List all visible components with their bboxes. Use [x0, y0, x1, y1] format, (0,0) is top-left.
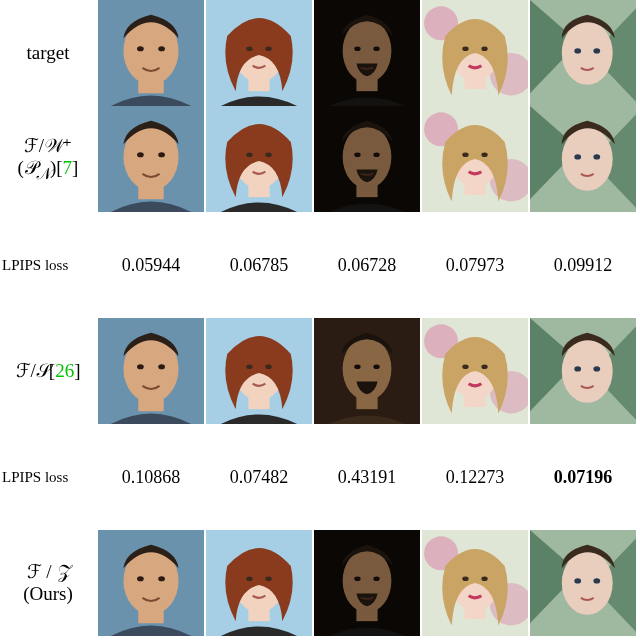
svg-rect-73	[464, 396, 485, 407]
metric-val: 0.05944	[98, 254, 204, 276]
svg-rect-21	[464, 78, 485, 89]
svg-rect-30	[138, 187, 163, 200]
svg-point-28	[137, 152, 144, 157]
svg-rect-87	[248, 608, 269, 621]
svg-rect-92	[356, 608, 377, 621]
svg-rect-56	[138, 399, 163, 412]
citation-7: 7	[63, 157, 73, 178]
svg-point-19	[462, 46, 468, 51]
metric-val: 0.07482	[206, 466, 312, 488]
svg-point-2	[137, 46, 144, 51]
metric-label: LPIPS loss	[0, 466, 96, 488]
svg-point-49	[562, 127, 613, 191]
metric-val: 0.09912	[530, 254, 636, 276]
svg-point-80	[137, 576, 144, 581]
svg-point-59	[246, 364, 252, 369]
label-text: target	[27, 42, 70, 64]
face-fwplus-4	[422, 106, 528, 212]
svg-point-3	[158, 46, 165, 51]
svg-point-71	[462, 364, 468, 369]
metric-val: 0.07196	[530, 466, 636, 488]
metric-val: 0.43191	[314, 466, 420, 488]
svg-point-45	[462, 152, 468, 157]
svg-point-39	[373, 152, 379, 157]
svg-point-33	[246, 152, 252, 157]
svg-point-29	[158, 152, 165, 157]
svg-point-7	[246, 46, 252, 51]
face-fz-3	[314, 530, 420, 636]
svg-point-34	[265, 152, 271, 157]
figure-2: target ℱ/𝒲⁺ (𝒫𝒩)[7] LPIPS loss 0.05944 0…	[0, 0, 640, 642]
face-fwplus-2	[206, 106, 312, 212]
svg-point-60	[265, 364, 271, 369]
row-label-fs: ℱ/𝒮[26]	[0, 318, 96, 424]
svg-point-20	[481, 46, 487, 51]
svg-point-103	[593, 578, 600, 583]
svg-point-98	[481, 576, 487, 581]
row-label-fwplus: ℱ/𝒲⁺ (𝒫𝒩)[7]	[0, 106, 96, 212]
svg-point-23	[562, 21, 613, 85]
label-text: ℱ/𝒮[26]	[16, 360, 81, 382]
label-text-l1: ℱ/𝒲⁺	[24, 135, 72, 157]
svg-point-97	[462, 576, 468, 581]
svg-point-90	[354, 576, 360, 581]
face-fs-1	[98, 318, 204, 424]
label-text-l2: (𝒫𝒩)[7]	[18, 157, 79, 183]
svg-point-81	[158, 576, 165, 581]
svg-point-72	[481, 364, 487, 369]
svg-point-24	[574, 48, 581, 53]
svg-point-65	[373, 364, 379, 369]
metric-val: 0.12273	[422, 466, 528, 488]
svg-point-64	[354, 364, 360, 369]
svg-point-75	[562, 339, 613, 403]
face-fs-4	[422, 318, 528, 424]
svg-rect-99	[464, 608, 485, 619]
svg-rect-61	[248, 396, 269, 409]
svg-rect-66	[356, 396, 377, 409]
svg-rect-35	[248, 184, 269, 197]
svg-point-46	[481, 152, 487, 157]
svg-point-8	[265, 46, 271, 51]
svg-point-102	[574, 578, 581, 583]
svg-point-38	[354, 152, 360, 157]
svg-rect-4	[138, 81, 163, 94]
svg-rect-40	[356, 184, 377, 197]
face-fs-5	[530, 318, 636, 424]
face-fs-2	[206, 318, 312, 424]
row-label-fz: ℱ / 𝒵 (Ours)	[0, 530, 96, 636]
face-fwplus-1	[98, 106, 204, 212]
face-fz-1	[98, 530, 204, 636]
face-fz-4	[422, 530, 528, 636]
row-label-target: target	[0, 0, 96, 106]
metric-val: 0.07973	[422, 254, 528, 276]
svg-rect-47	[464, 184, 485, 195]
svg-point-13	[373, 46, 379, 51]
svg-point-85	[246, 576, 252, 581]
metric-val: 0.10868	[98, 466, 204, 488]
svg-rect-9	[248, 78, 269, 91]
svg-rect-82	[138, 611, 163, 624]
face-fz-2	[206, 530, 312, 636]
citation-26: 26	[55, 360, 74, 381]
face-target-3	[314, 0, 420, 106]
label-text-l1: ℱ / 𝒵	[27, 561, 70, 583]
svg-point-54	[137, 364, 144, 369]
svg-point-86	[265, 576, 271, 581]
svg-point-50	[574, 154, 581, 159]
svg-point-25	[593, 48, 600, 53]
svg-rect-14	[356, 78, 377, 91]
face-fs-3	[314, 318, 420, 424]
metric-label: LPIPS loss	[0, 254, 96, 276]
svg-point-91	[373, 576, 379, 581]
svg-point-76	[574, 366, 581, 371]
label-text-l2: (Ours)	[23, 583, 73, 605]
face-fwplus-5	[530, 106, 636, 212]
svg-point-55	[158, 364, 165, 369]
face-target-4	[422, 0, 528, 106]
face-target-5	[530, 0, 636, 106]
svg-point-77	[593, 366, 600, 371]
metric-val: 0.06785	[206, 254, 312, 276]
face-target-2	[206, 0, 312, 106]
metric-val: 0.06728	[314, 254, 420, 276]
svg-point-101	[562, 551, 613, 615]
